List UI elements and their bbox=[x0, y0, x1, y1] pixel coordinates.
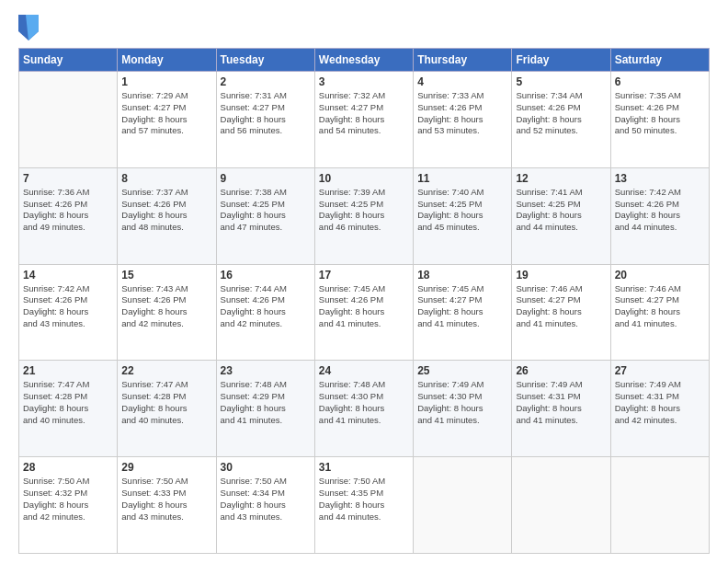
calendar-table: SundayMondayTuesdayWednesdayThursdayFrid… bbox=[18, 48, 710, 554]
day-number: 28 bbox=[23, 461, 113, 474]
calendar-cell: 14Sunrise: 7:42 AMSunset: 4:26 PMDayligh… bbox=[19, 264, 118, 361]
day-number: 8 bbox=[121, 172, 211, 185]
calendar-cell: 15Sunrise: 7:43 AMSunset: 4:26 PMDayligh… bbox=[118, 264, 216, 361]
day-header-sunday: Sunday bbox=[19, 49, 118, 72]
day-number: 9 bbox=[221, 172, 311, 185]
day-header-thursday: Thursday bbox=[414, 49, 512, 72]
day-number: 15 bbox=[121, 269, 211, 282]
calendar-cell: 11Sunrise: 7:40 AMSunset: 4:25 PMDayligh… bbox=[414, 167, 512, 264]
calendar-cell: 6Sunrise: 7:35 AMSunset: 4:26 PMDaylight… bbox=[610, 72, 709, 168]
day-info: Sunrise: 7:32 AMSunset: 4:27 PMDaylight:… bbox=[319, 90, 409, 137]
calendar-cell: 26Sunrise: 7:49 AMSunset: 4:31 PMDayligh… bbox=[512, 361, 610, 457]
day-number: 1 bbox=[121, 75, 211, 88]
calendar-cell: 1Sunrise: 7:29 AMSunset: 4:27 PMDaylight… bbox=[118, 72, 216, 168]
day-number: 29 bbox=[121, 461, 211, 474]
day-number: 3 bbox=[319, 75, 409, 88]
calendar-cell: 13Sunrise: 7:42 AMSunset: 4:26 PMDayligh… bbox=[610, 167, 709, 264]
calendar-cell: 28Sunrise: 7:50 AMSunset: 4:32 PMDayligh… bbox=[19, 457, 118, 554]
day-info: Sunrise: 7:44 AMSunset: 4:26 PMDaylight:… bbox=[221, 283, 311, 330]
day-number: 20 bbox=[615, 269, 705, 282]
day-number: 23 bbox=[221, 364, 311, 377]
day-info: Sunrise: 7:31 AMSunset: 4:27 PMDaylight:… bbox=[221, 90, 311, 137]
day-info: Sunrise: 7:45 AMSunset: 4:26 PMDaylight:… bbox=[319, 283, 409, 330]
page: SundayMondayTuesdayWednesdayThursdayFrid… bbox=[0, 0, 728, 563]
day-info: Sunrise: 7:35 AMSunset: 4:26 PMDaylight:… bbox=[615, 90, 705, 137]
day-number: 19 bbox=[516, 269, 606, 282]
calendar-cell: 8Sunrise: 7:37 AMSunset: 4:26 PMDaylight… bbox=[118, 167, 216, 264]
calendar-cell: 25Sunrise: 7:49 AMSunset: 4:30 PMDayligh… bbox=[414, 361, 512, 457]
day-number: 17 bbox=[319, 269, 409, 282]
day-number: 24 bbox=[319, 364, 409, 377]
calendar-cell bbox=[512, 457, 610, 554]
day-info: Sunrise: 7:38 AMSunset: 4:25 PMDaylight:… bbox=[221, 187, 311, 234]
calendar-cell bbox=[610, 457, 709, 554]
day-info: Sunrise: 7:41 AMSunset: 4:25 PMDaylight:… bbox=[516, 187, 606, 234]
calendar-cell: 5Sunrise: 7:34 AMSunset: 4:26 PMDaylight… bbox=[512, 72, 610, 168]
day-header-wednesday: Wednesday bbox=[314, 49, 413, 72]
calendar-cell: 12Sunrise: 7:41 AMSunset: 4:25 PMDayligh… bbox=[512, 167, 610, 264]
day-info: Sunrise: 7:50 AMSunset: 4:35 PMDaylight:… bbox=[319, 476, 409, 523]
calendar-cell: 27Sunrise: 7:49 AMSunset: 4:31 PMDayligh… bbox=[610, 361, 709, 457]
day-info: Sunrise: 7:42 AMSunset: 4:26 PMDaylight:… bbox=[23, 283, 113, 330]
day-number: 27 bbox=[615, 364, 705, 377]
day-info: Sunrise: 7:49 AMSunset: 4:31 PMDaylight:… bbox=[516, 379, 606, 426]
calendar-cell bbox=[414, 457, 512, 554]
day-header-saturday: Saturday bbox=[610, 49, 709, 72]
calendar-cell: 18Sunrise: 7:45 AMSunset: 4:27 PMDayligh… bbox=[414, 264, 512, 361]
day-info: Sunrise: 7:48 AMSunset: 4:30 PMDaylight:… bbox=[319, 379, 409, 426]
calendar-cell: 9Sunrise: 7:38 AMSunset: 4:25 PMDaylight… bbox=[216, 167, 314, 264]
day-number: 6 bbox=[615, 75, 705, 88]
day-info: Sunrise: 7:48 AMSunset: 4:29 PMDaylight:… bbox=[221, 379, 311, 426]
day-info: Sunrise: 7:49 AMSunset: 4:30 PMDaylight:… bbox=[417, 379, 507, 426]
day-header-friday: Friday bbox=[512, 49, 610, 72]
day-info: Sunrise: 7:45 AMSunset: 4:27 PMDaylight:… bbox=[417, 283, 507, 330]
day-number: 12 bbox=[516, 172, 606, 185]
calendar-cell: 29Sunrise: 7:50 AMSunset: 4:33 PMDayligh… bbox=[118, 457, 216, 554]
day-info: Sunrise: 7:37 AMSunset: 4:26 PMDaylight:… bbox=[121, 187, 211, 234]
day-info: Sunrise: 7:42 AMSunset: 4:26 PMDaylight:… bbox=[615, 187, 705, 234]
calendar-cell: 31Sunrise: 7:50 AMSunset: 4:35 PMDayligh… bbox=[314, 457, 413, 554]
day-number: 22 bbox=[121, 364, 211, 377]
day-info: Sunrise: 7:50 AMSunset: 4:33 PMDaylight:… bbox=[121, 476, 211, 523]
calendar-cell: 16Sunrise: 7:44 AMSunset: 4:26 PMDayligh… bbox=[216, 264, 314, 361]
day-info: Sunrise: 7:46 AMSunset: 4:27 PMDaylight:… bbox=[516, 283, 606, 330]
calendar-cell: 3Sunrise: 7:32 AMSunset: 4:27 PMDaylight… bbox=[314, 72, 413, 168]
calendar-cell: 24Sunrise: 7:48 AMSunset: 4:30 PMDayligh… bbox=[314, 361, 413, 457]
calendar-cell: 7Sunrise: 7:36 AMSunset: 4:26 PMDaylight… bbox=[19, 167, 118, 264]
day-number: 11 bbox=[417, 172, 507, 185]
calendar-cell: 20Sunrise: 7:46 AMSunset: 4:27 PMDayligh… bbox=[610, 264, 709, 361]
calendar-cell: 2Sunrise: 7:31 AMSunset: 4:27 PMDaylight… bbox=[216, 72, 314, 168]
calendar-cell bbox=[19, 72, 118, 168]
day-info: Sunrise: 7:43 AMSunset: 4:26 PMDaylight:… bbox=[121, 283, 211, 330]
logo-icon bbox=[18, 15, 39, 40]
logo bbox=[18, 15, 42, 40]
day-number: 30 bbox=[221, 461, 311, 474]
day-header-monday: Monday bbox=[118, 49, 216, 72]
day-number: 25 bbox=[417, 364, 507, 377]
day-info: Sunrise: 7:49 AMSunset: 4:31 PMDaylight:… bbox=[615, 379, 705, 426]
day-info: Sunrise: 7:46 AMSunset: 4:27 PMDaylight:… bbox=[615, 283, 705, 330]
calendar-cell: 19Sunrise: 7:46 AMSunset: 4:27 PMDayligh… bbox=[512, 264, 610, 361]
calendar-cell: 22Sunrise: 7:47 AMSunset: 4:28 PMDayligh… bbox=[118, 361, 216, 457]
day-number: 7 bbox=[23, 172, 113, 185]
calendar-cell: 21Sunrise: 7:47 AMSunset: 4:28 PMDayligh… bbox=[19, 361, 118, 457]
day-number: 18 bbox=[417, 269, 507, 282]
day-info: Sunrise: 7:33 AMSunset: 4:26 PMDaylight:… bbox=[417, 90, 507, 137]
day-number: 4 bbox=[417, 75, 507, 88]
day-info: Sunrise: 7:47 AMSunset: 4:28 PMDaylight:… bbox=[121, 379, 211, 426]
day-number: 2 bbox=[221, 75, 311, 88]
day-number: 26 bbox=[516, 364, 606, 377]
day-info: Sunrise: 7:47 AMSunset: 4:28 PMDaylight:… bbox=[23, 379, 113, 426]
header bbox=[18, 15, 710, 40]
day-number: 21 bbox=[23, 364, 113, 377]
day-info: Sunrise: 7:34 AMSunset: 4:26 PMDaylight:… bbox=[516, 90, 606, 137]
calendar-cell: 23Sunrise: 7:48 AMSunset: 4:29 PMDayligh… bbox=[216, 361, 314, 457]
day-header-tuesday: Tuesday bbox=[216, 49, 314, 72]
day-info: Sunrise: 7:50 AMSunset: 4:32 PMDaylight:… bbox=[23, 476, 113, 523]
day-info: Sunrise: 7:50 AMSunset: 4:34 PMDaylight:… bbox=[221, 476, 311, 523]
day-info: Sunrise: 7:36 AMSunset: 4:26 PMDaylight:… bbox=[23, 187, 113, 234]
day-number: 10 bbox=[319, 172, 409, 185]
day-number: 13 bbox=[615, 172, 705, 185]
day-number: 5 bbox=[516, 75, 606, 88]
day-info: Sunrise: 7:39 AMSunset: 4:25 PMDaylight:… bbox=[319, 187, 409, 234]
